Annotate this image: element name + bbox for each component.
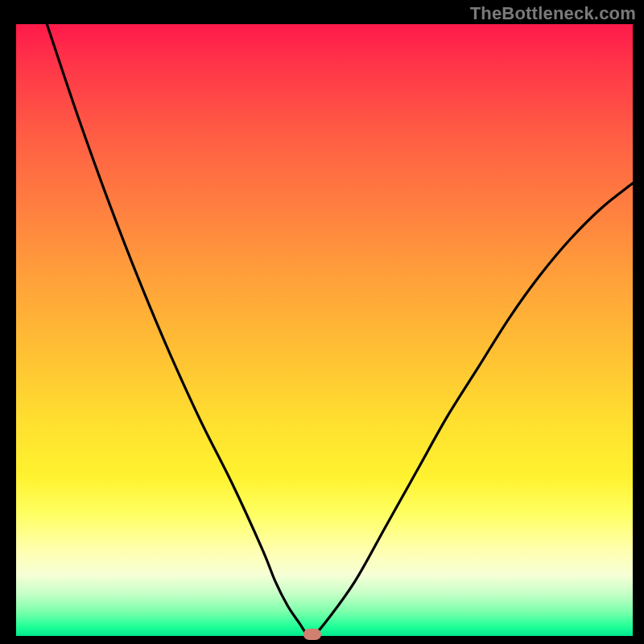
chart-frame: TheBottleneck.com <box>0 0 644 644</box>
plot-area <box>16 24 633 636</box>
bottleneck-curve <box>16 24 633 636</box>
watermark-text: TheBottleneck.com <box>470 3 636 24</box>
minimum-marker <box>303 629 321 640</box>
